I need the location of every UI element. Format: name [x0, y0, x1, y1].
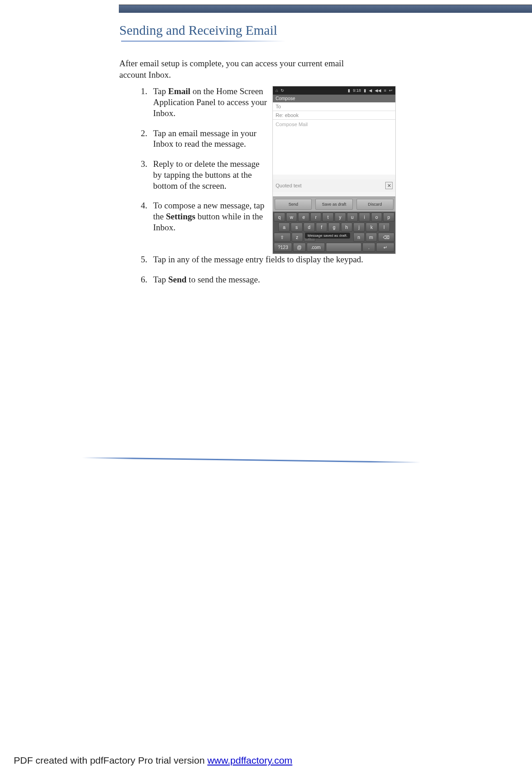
save-draft-button[interactable]: Save as draft: [315, 199, 352, 210]
compose-header: Compose: [273, 95, 395, 102]
step-6: Tap Send to send the message.: [149, 274, 400, 285]
steps-list-wrapped: Tap Email on the Home Screen Application…: [121, 86, 270, 242]
key-enter[interactable]: ↵: [376, 243, 394, 252]
status-bar: ⌂ ↻ ▮ 9:18 ▮ ◀ ◀◀ ≡ ↩: [273, 86, 395, 95]
key-f[interactable]: f: [316, 223, 327, 232]
body-row: Tap Email on the Home Screen Application…: [121, 86, 400, 254]
back-icon: ↩: [389, 88, 393, 93]
key-j[interactable]: j: [353, 223, 365, 232]
top-banner: [119, 5, 532, 13]
bold-send: Send: [168, 275, 186, 284]
key-d[interactable]: d: [303, 223, 315, 232]
section-heading: Sending and Receiving Email: [119, 23, 400, 38]
quoted-row: Quoted text ✕: [273, 179, 395, 192]
vol2-icon: ◀◀: [375, 88, 381, 93]
footer-rule: [82, 457, 420, 475]
discard-button[interactable]: Discard: [356, 199, 394, 210]
key-at[interactable]: @: [293, 243, 305, 252]
step-4: To compose a new message, tap the Settin…: [149, 200, 270, 233]
key-n[interactable]: n: [353, 233, 365, 242]
heading-rule: [121, 41, 286, 42]
battery-icon: ▮: [364, 88, 366, 93]
home-icon: ⌂: [276, 88, 278, 93]
step-5: Tap in any of the message entry fields t…: [149, 254, 400, 265]
key-space[interactable]: [326, 243, 362, 252]
bold-email: Email: [168, 86, 191, 96]
kb-row-4: ?123 @ .com . ↵: [274, 243, 394, 252]
key-k[interactable]: k: [366, 223, 377, 232]
kb-row-1: q w e r t y u i o p: [274, 213, 394, 222]
key-l[interactable]: l: [378, 223, 390, 232]
key-dot[interactable]: .: [362, 243, 375, 252]
key-q[interactable]: q: [274, 213, 285, 222]
vol-icon: ◀: [369, 88, 372, 93]
send-button[interactable]: Send: [275, 199, 312, 210]
key-s[interactable]: s: [291, 223, 302, 232]
content-area: Sending and Receiving Email After email …: [121, 23, 400, 294]
bold-settings: Settings: [166, 212, 195, 221]
footer-link[interactable]: www.pdffactory.com: [207, 755, 293, 765]
key-y[interactable]: y: [335, 213, 346, 222]
key-e[interactable]: e: [298, 213, 309, 222]
kb-row-2: a s d f g h j k l: [274, 223, 394, 232]
intro-line-1: After email setup is complete, you can a…: [119, 58, 344, 68]
action-row: Send Save as draft Discard: [273, 197, 395, 212]
key-p[interactable]: p: [383, 213, 394, 222]
key-123[interactable]: ?123: [274, 243, 292, 252]
intro-text: After email setup is complete, you can a…: [119, 58, 400, 80]
key-o[interactable]: o: [371, 213, 383, 222]
step-3: Reply to or delete the message by tappin…: [149, 159, 270, 191]
key-g[interactable]: g: [328, 223, 340, 232]
key-com[interactable]: .com: [307, 243, 325, 252]
footer-text: PDF created with pdfFactory Pro trial ve…: [14, 755, 207, 765]
key-z[interactable]: z: [292, 233, 303, 242]
key-t[interactable]: t: [322, 213, 334, 222]
steps-list-full: Tap in any of the message entry fields t…: [121, 254, 400, 285]
step-2: Tap an email message in your Inbox to re…: [149, 128, 270, 150]
key-backspace[interactable]: ⌫: [378, 233, 395, 242]
key-a[interactable]: a: [278, 223, 290, 232]
key-u[interactable]: u: [347, 213, 358, 222]
signal-icon: ▮: [348, 88, 350, 93]
close-icon[interactable]: ✕: [385, 182, 393, 189]
key-r[interactable]: r: [310, 213, 322, 222]
menu-icon: ≡: [384, 88, 386, 93]
intro-line-2: account Inbox.: [119, 70, 171, 80]
step-1: Tap Email on the Home Screen Application…: [149, 86, 270, 118]
keyboard: q w e r t y u i o p a s d f g h: [273, 212, 395, 254]
key-shift[interactable]: ⇧: [274, 233, 291, 242]
key-i[interactable]: i: [359, 213, 370, 222]
body-field[interactable]: Compose Mail: [273, 120, 395, 175]
toast-message: Message saved as draft.: [305, 233, 350, 239]
subject-field[interactable]: Re: ebook: [273, 111, 395, 120]
refresh-icon: ↻: [281, 88, 284, 93]
status-time: 9:18: [353, 88, 361, 93]
key-h[interactable]: h: [341, 223, 352, 232]
pdf-footer: PDF created with pdfFactory Pro trial ve…: [14, 755, 293, 766]
quoted-label: Quoted text: [276, 183, 302, 188]
key-m[interactable]: m: [366, 233, 377, 242]
to-field[interactable]: To: [273, 102, 395, 111]
phone-screenshot: ⌂ ↻ ▮ 9:18 ▮ ◀ ◀◀ ≡ ↩ Compose To Re: ebo…: [272, 86, 396, 254]
key-w[interactable]: w: [286, 213, 298, 222]
